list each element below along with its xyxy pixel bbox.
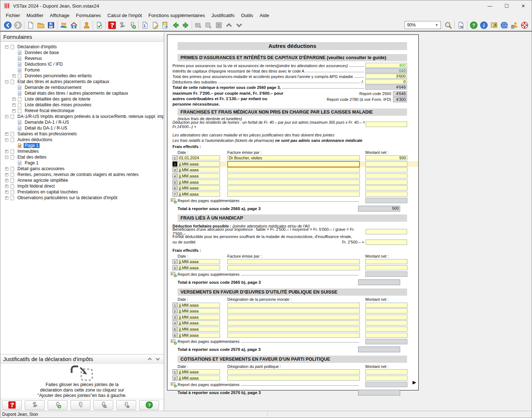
tree-item-page-1[interactable]: Page 1 [0, 143, 164, 148]
date-input[interactable]: jj.MM.aaaa [178, 259, 220, 264]
close-button[interactable]: ✕ [515, 0, 532, 11]
row-selector[interactable]: 2 [172, 308, 177, 314]
row-selector[interactable]: 1 [172, 369, 177, 374]
attachments-dropzone[interactable]: Faites glisser les pièces jointes de la … [0, 364, 164, 399]
amount-input[interactable] [365, 315, 407, 320]
scroll-up-button[interactable] [224, 20, 234, 30]
attachments-help-button[interactable]: ? [139, 400, 159, 410]
tree-item-detail-etats-des-titres-autres-placements-de-capitaux[interactable]: Détail états des titres / autres placeme… [0, 90, 164, 96]
menu-calcul-de-l-impot[interactable]: Calcul de l'impôt [104, 12, 145, 19]
expand-icon[interactable]: + [3, 185, 10, 188]
home-button[interactable] [69, 20, 79, 30]
prev-form-button[interactable] [170, 20, 180, 30]
menu-fichier[interactable]: Fichier [3, 12, 23, 19]
amount-input[interactable] [365, 167, 407, 172]
page-one-button[interactable]: 1 [140, 20, 150, 30]
edit-page-button[interactable] [150, 20, 160, 30]
description-input[interactable] [227, 180, 360, 185]
tree-item-releve-fiscal-electronique[interactable]: +Relevé fiscal électronique [0, 108, 164, 114]
description-input[interactable] [227, 167, 360, 172]
description-input[interactable] [227, 185, 360, 190]
expand-icon[interactable]: + [3, 173, 10, 176]
collapse-icon[interactable]: − [3, 138, 10, 142]
nav-back-button[interactable] [3, 20, 13, 30]
tree-item-demande-de-remboursement[interactable]: Demande de remboursement [0, 85, 164, 90]
date-input[interactable]: jj.MM.aaaa [178, 327, 220, 332]
amount-input[interactable] [365, 161, 407, 167]
date-input[interactable]: jj.MM.aaaa [178, 315, 220, 320]
expand-icon[interactable]: + [11, 98, 17, 101]
amount-input[interactable] [365, 308, 407, 314]
menu-outils[interactable]: Outils [238, 12, 256, 19]
date-input[interactable]: jj.MM.aaaa [178, 173, 220, 179]
tree-item-prestations-en-capital-touchees[interactable]: +Prestations en capital touchées [0, 189, 164, 195]
zoom-search-button[interactable] [443, 20, 453, 30]
description-input[interactable] [227, 333, 360, 338]
internet-button[interactable]: ! [499, 20, 509, 30]
collapse-icon[interactable]: − [3, 156, 10, 159]
amount-input[interactable] [365, 327, 407, 332]
date-input[interactable]: jj.MM.aaaa [178, 333, 220, 338]
expand-icon[interactable]: + [3, 167, 10, 171]
tree-item-impot-federal-direct[interactable]: +Impôt fédéral direct [0, 183, 164, 189]
date-input[interactable]: 01.01.2024 [178, 155, 220, 160]
row-selector[interactable]: 2 [172, 376, 177, 381]
row-selector[interactable]: 4 [172, 320, 177, 325]
goto-note-button[interactable] [160, 20, 170, 30]
date-input[interactable]: jj.MM.aaaa [178, 180, 220, 185]
amount-input[interactable] [365, 185, 407, 190]
row-selector[interactable]: 1 [172, 303, 177, 308]
tree-item-demande-da-1-r-us[interactable]: Demande DA-1 / R-US [0, 119, 164, 125]
menu-affichage[interactable]: Affichage [46, 12, 73, 19]
amount-input[interactable] [365, 180, 407, 185]
tree-item-salaires-et-frais-professionnels[interactable]: +Salaires et frais professionnels [0, 131, 164, 137]
row-selector[interactable]: 2 [172, 161, 177, 167]
date-input[interactable]: jj.MM.aaaa [178, 265, 220, 270]
add-attachment-button[interactable] [127, 20, 137, 30]
menu-fonctions-supplementaires[interactable]: Fonctions supplémentaires [145, 12, 208, 19]
tree-item-deductions-ic-ifd[interactable]: Déductions IC / IFD [0, 61, 164, 67]
expand-icon[interactable]: + [3, 179, 10, 182]
scroll-down-button[interactable] [234, 20, 244, 30]
panel-down-button[interactable] [154, 355, 162, 362]
amount-input[interactable] [365, 376, 407, 381]
row-selector[interactable]: 6 [172, 185, 177, 190]
open-file-button[interactable] [36, 20, 46, 30]
handicap-impotence-field[interactable] [366, 229, 407, 234]
description-input[interactable]: Dr Boucher, visites [227, 155, 360, 160]
row-selector[interactable]: 4 [172, 173, 177, 179]
life-premiums-field[interactable]: 400 [365, 63, 407, 68]
description-input[interactable] [227, 161, 360, 167]
date-input[interactable]: jj.MM.aaaa [178, 308, 220, 314]
row-selector[interactable]: 3 [172, 167, 177, 172]
date-input[interactable]: jj.MM.aaaa [178, 192, 220, 197]
date-input[interactable]: jj.MM.aaaa [178, 320, 220, 325]
row-selector[interactable]: 3 [172, 315, 177, 320]
menu-formulaires[interactable]: Formulaires [73, 12, 104, 19]
vstax-button[interactable] [107, 20, 117, 30]
homes-deduction-field[interactable] [366, 122, 407, 127]
panel-up-button[interactable] [146, 355, 154, 362]
minimize-button[interactable]: — [482, 0, 498, 11]
row-selector[interactable]: 7 [172, 192, 177, 197]
tree-item-liste-detaillee-des-gains-de-loterie[interactable]: +Liste détaillée des gains de loterie [0, 96, 164, 102]
description-input[interactable] [227, 369, 360, 374]
tree-item-da-1-r-us-impots-etrangers-preleves-a-la-source-remb-retenue-suppl-impot-usa[interactable]: −DA-1/R-US Impôts étrangers prélevés à l… [0, 114, 164, 119]
add-page-table-icon[interactable] [171, 339, 178, 345]
tax-office-button[interactable] [509, 20, 519, 30]
amount-input[interactable] [365, 333, 407, 338]
next-page-button[interactable]: ▶ [413, 380, 416, 385]
expand-icon[interactable]: + [3, 150, 10, 153]
add-page-table-icon[interactable] [171, 381, 178, 388]
help-button[interactable]: ? [468, 20, 479, 30]
row-selector[interactable]: 1 [172, 155, 177, 160]
tax-guide-button[interactable]: $ [489, 20, 499, 30]
tree-item-donnees-de-base[interactable]: Données de base [0, 50, 164, 56]
new-file-button[interactable] [25, 20, 36, 30]
tree-item-detail-gains-accessoires[interactable]: +Détail gains accessoires [0, 166, 164, 172]
amount-input[interactable] [365, 320, 407, 325]
save-file-button[interactable] [46, 20, 56, 30]
amount-input[interactable] [365, 192, 407, 197]
vstax-attach-button[interactable] [2, 400, 22, 410]
description-input[interactable] [227, 259, 360, 264]
